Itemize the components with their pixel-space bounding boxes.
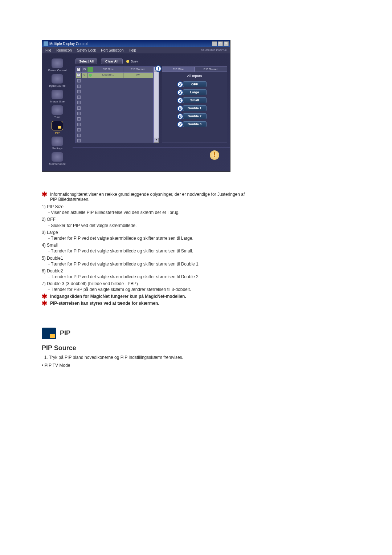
cell-pip-size: Double 1	[93, 73, 123, 78]
titlebar: Multiple Display Control _ □ ×	[42, 40, 230, 47]
grid-header-check[interactable]	[76, 67, 82, 72]
power-icon	[52, 58, 63, 68]
status-dot-icon	[89, 74, 92, 77]
time-icon	[52, 105, 63, 115]
sidebar-item-time[interactable]: Time	[44, 105, 71, 120]
callout-4: 4	[177, 97, 183, 104]
sidebar: Power Control Input Source Image Size Ti…	[42, 53, 73, 171]
tab-label: PIP Size	[173, 68, 184, 71]
close-button[interactable]: ×	[224, 41, 229, 46]
steps-list: Tryk på PIP bland hovedikonerne og PIP I…	[42, 355, 250, 360]
menu-port-selection[interactable]: Port Selection	[99, 48, 125, 53]
callout-6: 6	[177, 113, 183, 119]
callout-7: 7	[177, 121, 183, 127]
app-window: Multiple Display Control _ □ × File Remo…	[42, 40, 230, 172]
numbered-list: 1) PIP Size - Viser den aktuelle PIP Bil…	[42, 204, 250, 293]
grid-header-id: ID	[82, 67, 87, 72]
row-checkbox-empty[interactable]	[77, 139, 81, 142]
cell-status	[87, 73, 93, 78]
cell-pip-source: AV	[123, 73, 154, 78]
callout-5: 5	[177, 105, 183, 112]
btn-off[interactable]: OFF	[183, 81, 207, 87]
input-source-icon	[52, 74, 63, 84]
pip-icon	[52, 121, 63, 130]
busy-dot-icon	[126, 60, 129, 63]
list-item: 7) Double 3 (3-dobbelt) (billede ved bil…	[42, 281, 250, 292]
grid-header-pip-size: PIP Size	[93, 67, 123, 72]
alert-icon: !	[210, 150, 219, 160]
list-item: 6) Double2 - Tænder for PIP ved det valg…	[42, 268, 250, 280]
callout-3: 3	[177, 89, 183, 96]
callout-2: 2	[177, 81, 183, 88]
row-checkbox-empty[interactable]	[77, 101, 81, 104]
sidebar-item-settings[interactable]: Settings	[44, 136, 71, 151]
btn-double-1[interactable]: Double 1	[183, 105, 207, 111]
sidebar-item-power-control[interactable]: Power Control	[44, 58, 71, 73]
app-title: Multiple Display Control	[49, 42, 87, 46]
sidebar-label: Input Source	[49, 84, 65, 88]
tab-label: PIP Source	[204, 68, 218, 71]
note-text: Indgangskilden for MagicNet fungerer kun…	[50, 294, 186, 299]
sidebar-label: Settings	[52, 147, 63, 150]
cell-id: 0	[82, 73, 87, 78]
tab-pip-source[interactable]: PIP Source	[195, 66, 227, 72]
row-checkbox-empty[interactable]	[77, 134, 81, 137]
bullet-pip-tv-mode: • PIP TV Mode	[42, 363, 250, 368]
note-2: ✱ PIP-størrelsen kan styres ved at tænde…	[42, 301, 250, 306]
note-1: ✱ Indgangskilden for MagicNet fungerer k…	[42, 294, 250, 299]
busy-label: Busy	[131, 60, 138, 63]
table-row[interactable]: 0 Double 1 AV	[76, 73, 153, 78]
sidebar-label: PIP	[55, 131, 60, 134]
sidebar-item-input-source[interactable]: Input Source	[44, 73, 71, 89]
row-checkbox-empty[interactable]	[77, 117, 81, 121]
sidebar-label: Image Size	[50, 100, 65, 103]
row-checkbox-empty[interactable]	[77, 85, 81, 88]
btn-large[interactable]: Large	[183, 89, 207, 95]
grid-header-status	[87, 67, 93, 72]
sidebar-label: Time	[54, 116, 60, 119]
menu-safety-lock[interactable]: Safety Lock	[75, 48, 98, 53]
list-item: 2) OFF - Slukker for PIP ved det valgte …	[42, 216, 250, 228]
select-all-button[interactable]: Select All	[75, 58, 97, 64]
minimize-button[interactable]: _	[212, 41, 217, 46]
sidebar-item-image-size[interactable]: Image Size	[44, 89, 71, 105]
intro-note: ✱ Informationsgitteret viser en række gr…	[42, 192, 250, 202]
grid-header-pip-source: PIP Source	[123, 67, 154, 72]
scroll-down-icon[interactable]: ▾	[154, 138, 159, 143]
maintenance-icon	[52, 152, 63, 162]
sidebar-item-pip[interactable]: PIP	[44, 120, 71, 136]
all-inputs-heading: All Inputs	[164, 74, 225, 78]
menu-help[interactable]: Help	[127, 48, 138, 53]
app-icon	[44, 41, 48, 46]
clear-all-button[interactable]: Clear All	[101, 58, 123, 64]
tab-pip-size[interactable]: 1 PIP Size	[162, 66, 195, 72]
data-grid: ID PIP Size PIP Source 0	[75, 66, 159, 143]
row-checkbox-empty[interactable]	[77, 106, 81, 110]
list-item: 5) Double1 - Tænder for PIP ved det valg…	[42, 255, 250, 267]
row-checkbox[interactable]	[77, 73, 80, 77]
settings-icon	[52, 137, 63, 146]
row-checkbox-empty[interactable]	[77, 123, 81, 126]
btn-small[interactable]: Small	[183, 97, 207, 103]
note-text: PIP-størrelsen kan styres ved at tænde f…	[50, 301, 159, 306]
btn-double-3[interactable]: Double 3	[183, 121, 207, 127]
callout-1: 1	[155, 65, 162, 72]
row-checkbox-empty[interactable]	[77, 90, 81, 93]
star-icon: ✱	[42, 294, 47, 299]
grid-scrollbar[interactable]: ▴ ▾	[154, 66, 159, 143]
row-checkbox-empty[interactable]	[77, 79, 81, 82]
intro-text: Informationsgitteret viser en række grun…	[50, 192, 250, 202]
row-checkbox-empty[interactable]	[77, 112, 81, 115]
menu-file[interactable]: File	[44, 48, 53, 53]
maximize-button[interactable]: □	[218, 41, 223, 46]
btn-double-2[interactable]: Double 2	[183, 113, 207, 119]
row-checkbox-empty[interactable]	[77, 96, 81, 99]
sidebar-item-maintenance[interactable]: Maintenance	[44, 151, 71, 167]
row-checkbox-empty[interactable]	[77, 128, 81, 131]
busy-indicator: Busy	[126, 60, 138, 63]
list-item: 3) Large - Tænder for PIP ved det valgte…	[42, 230, 250, 241]
star-icon: ✱	[42, 192, 47, 197]
menu-remocon[interactable]: Remocon	[54, 48, 74, 53]
sidebar-label: Power Control	[48, 69, 67, 72]
menubar: File Remocon Safety Lock Port Selection …	[42, 47, 230, 53]
